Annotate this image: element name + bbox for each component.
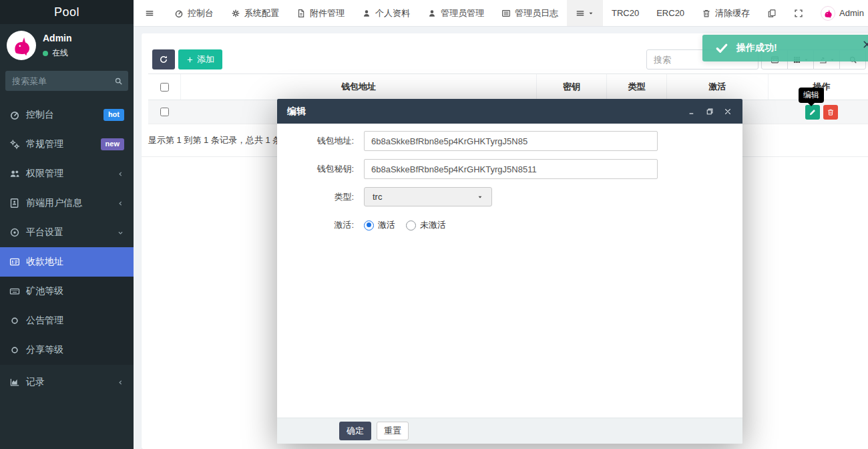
radio-unselected-icon <box>406 220 416 231</box>
nav-copy-button[interactable] <box>758 0 785 26</box>
active-radio-group: 激活 未激活 <box>364 219 446 231</box>
chevron-down-icon <box>119 232 122 234</box>
app-logo[interactable]: Pool <box>0 0 134 24</box>
top-navbar: 控制台 系统配置 附件管理 个人资料 管理员管理 管理员日志 TRC20 ERC… <box>134 0 868 27</box>
row-checkbox[interactable] <box>160 108 169 116</box>
success-toast[interactable]: 操作成功! <box>702 35 868 61</box>
nav-item-clear-cache[interactable]: 清除缓存 <box>693 0 758 26</box>
maximize-icon <box>707 109 712 114</box>
keyboard-icon <box>11 289 19 294</box>
gears-icon <box>11 140 19 149</box>
nav-item-console[interactable]: 控制台 <box>166 0 222 26</box>
type-select[interactable]: trc <box>364 187 492 206</box>
user-name: Admin <box>43 33 72 43</box>
nav-user-avatar <box>821 6 835 21</box>
wallet-secret-label: 钱包秘钥: <box>280 159 354 179</box>
user-avatar <box>7 31 36 60</box>
sidebar-search-button[interactable] <box>108 71 128 91</box>
nav-item-system-config[interactable]: 系统配置 <box>222 0 288 26</box>
sidebar-item-console[interactable]: 控制台 hot <box>0 100 134 130</box>
active-label: 激活: <box>280 219 354 231</box>
wallet-address-label: 钱包地址: <box>280 131 354 151</box>
col-active[interactable]: 激活 <box>666 74 768 100</box>
sidebar-item-permissions[interactable]: 权限管理 <box>0 159 134 188</box>
refresh-icon <box>161 56 167 63</box>
wallet-address-field[interactable] <box>364 131 658 151</box>
sidebar-item-records[interactable]: 记录 <box>0 367 134 397</box>
area-chart-icon <box>11 379 19 386</box>
table-header: 钱包地址 密钥 类型 激活 操作 <box>148 73 868 100</box>
sidebar-item-general[interactable]: 常规管理 new <box>0 130 134 159</box>
hot-badge: hot <box>103 109 124 120</box>
unicorn-icon <box>15 37 29 55</box>
select-all-checkbox[interactable] <box>160 83 169 92</box>
close-icon <box>726 109 730 114</box>
unicorn-icon <box>825 9 832 18</box>
nav-item-admin-management[interactable]: 管理员管理 <box>419 0 493 26</box>
radio-active[interactable]: 激活 <box>364 219 395 231</box>
pagination-summary: 显示第 1 到第 1 条记录，总共 1 条记录 <box>148 134 298 146</box>
plus-icon <box>188 57 192 61</box>
type-select-value: trc <box>373 192 382 202</box>
modal-title: 编辑 <box>287 106 306 118</box>
fullscreen-icon <box>795 10 802 17</box>
sidebar-item-pool-level[interactable]: 矿池等级 <box>0 277 134 306</box>
col-secret-key[interactable]: 密钥 <box>536 74 606 100</box>
row-actions <box>768 105 868 120</box>
chevron-left-icon <box>120 201 122 204</box>
chevron-left-icon <box>120 172 122 175</box>
sidebar-item-frontend-users[interactable]: 前端用户信息 <box>0 188 134 218</box>
row-delete-button[interactable] <box>823 105 838 120</box>
chevron-left-icon <box>120 380 122 384</box>
select-all-cell <box>148 74 180 100</box>
nav-item-trc20[interactable]: TRC20 <box>603 0 648 26</box>
circle-icon <box>12 318 17 323</box>
wallet-secret-field[interactable] <box>364 159 658 179</box>
sidebar-item-platform-settings[interactable]: 平台设置 <box>0 218 134 247</box>
toast-close-icon[interactable] <box>862 39 868 49</box>
id-card-icon <box>11 259 19 265</box>
toast-message: 操作成功! <box>736 42 777 54</box>
modal-footer: 确定 重置 <box>277 418 742 444</box>
gear-icon <box>232 10 238 16</box>
check-icon <box>717 45 726 51</box>
radio-inactive[interactable]: 未激活 <box>406 219 446 231</box>
sidebar-search <box>5 71 128 91</box>
nav-fullscreen-button[interactable] <box>785 0 812 26</box>
confirm-button[interactable]: 确定 <box>339 422 371 440</box>
nav-item-erc20[interactable]: ERC20 <box>648 0 693 26</box>
pencil-icon <box>809 110 815 115</box>
nav-menu-dropdown[interactable] <box>567 0 603 26</box>
sidebar-item-share-level[interactable]: 分享等级 <box>0 335 134 365</box>
user-icon <box>364 10 369 16</box>
reset-button[interactable]: 重置 <box>377 422 409 440</box>
sidebar-item-announcements[interactable]: 公告管理 <box>0 306 134 335</box>
sidebar-toggle-button[interactable] <box>134 0 166 26</box>
sidebar-search-input[interactable] <box>5 76 108 86</box>
edit-tooltip: 编辑 <box>799 88 824 103</box>
caret-down-icon <box>479 196 482 198</box>
nav-user-menu[interactable]: Admin <box>812 0 868 26</box>
sidebar-item-payment-address[interactable]: 收款地址 <box>0 247 134 277</box>
add-button[interactable]: 添加 <box>178 49 222 69</box>
modal-header[interactable]: 编辑 <box>277 99 742 124</box>
refresh-button[interactable] <box>152 49 175 69</box>
col-wallet-address[interactable]: 钱包地址 <box>180 74 536 100</box>
copy-icon <box>769 9 775 16</box>
nav-item-admin-log[interactable]: 管理员日志 <box>493 0 567 26</box>
circle-icon <box>12 347 17 353</box>
gauge-icon <box>11 112 18 119</box>
address-book-icon <box>11 199 18 207</box>
col-type[interactable]: 类型 <box>606 74 666 100</box>
new-badge: new <box>101 138 124 150</box>
user-status[interactable]: 在线 <box>43 47 72 59</box>
gauge-icon <box>176 11 182 17</box>
nav-item-profile[interactable]: 个人资料 <box>353 0 419 26</box>
user-icon <box>429 10 435 16</box>
modal-maximize-button[interactable] <box>705 107 714 116</box>
sidebar-menu: 控制台 hot 常规管理 new 权限管理 前端用户信息 平台设置 收款地址 <box>0 100 134 397</box>
nav-item-attachments[interactable]: 附件管理 <box>288 0 353 26</box>
modal-close-button[interactable] <box>723 107 732 116</box>
list-icon <box>503 10 510 16</box>
modal-minimize-button[interactable] <box>687 107 696 116</box>
